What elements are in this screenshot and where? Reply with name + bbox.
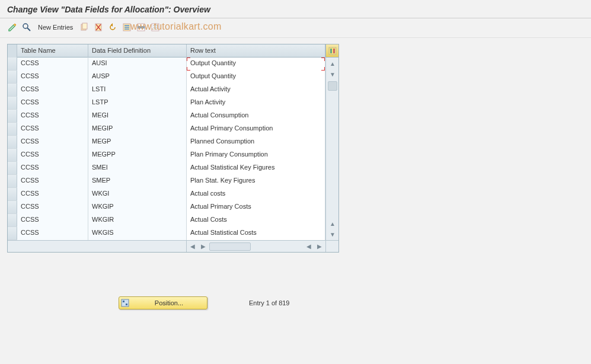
column-header-datafield[interactable]: Data Field Definition (88, 44, 187, 58)
cell-rowtext[interactable]: Output Quantity (187, 71, 325, 84)
cell-tablename[interactable]: CCSS (17, 149, 88, 162)
table-row: CCSSMEGIActual Consumption (8, 110, 325, 123)
cell-rowtext[interactable]: Actual Activity (187, 84, 325, 97)
cell-tablename[interactable]: CCSS (17, 58, 88, 71)
scroll-down-icon[interactable]: ▼ (328, 229, 337, 239)
cell-tablename[interactable]: CCSS (17, 188, 88, 201)
toggle-display-change-icon[interactable] (6, 21, 19, 34)
row-select-handle[interactable] (8, 201, 17, 213)
table-row: CCSSWKGIRActual Costs (8, 214, 325, 227)
column-header-rowtext[interactable]: Row text (187, 44, 325, 58)
undo-change-icon[interactable] (106, 21, 119, 34)
cell-datafield[interactable]: MEGPP (88, 149, 187, 162)
row-select-handle[interactable] (8, 71, 17, 83)
position-button-label: Position... (131, 299, 207, 306)
content-area: Table Name Data Field Definition Row tex… (0, 38, 591, 258)
row-select-handle[interactable] (8, 227, 17, 240)
cell-datafield[interactable]: MEGIP (88, 123, 187, 136)
cell-datafield[interactable]: AUSI (88, 58, 187, 71)
cell-rowtext[interactable]: Plan Activity (187, 97, 325, 110)
row-select-handle[interactable] (8, 84, 17, 96)
cell-rowtext[interactable]: Actual Statistical Key Figures (187, 162, 325, 175)
position-icon (119, 299, 131, 307)
cell-tablename[interactable]: CCSS (17, 175, 88, 188)
row-select-handle[interactable] (8, 175, 17, 187)
deselect-all-icon[interactable] (149, 21, 162, 34)
cell-tablename[interactable]: CCSS (17, 201, 88, 214)
cell-rowtext[interactable]: Plan Stat. Key Figures (187, 175, 325, 188)
cell-tablename[interactable]: CCSS (17, 71, 88, 84)
cell-rowtext[interactable]: Actual Consumption (187, 110, 325, 123)
column-header-tablename[interactable]: Table Name (17, 44, 88, 58)
cell-datafield[interactable]: LSTI (88, 84, 187, 97)
cell-tablename[interactable]: CCSS (17, 136, 88, 149)
cell-tablename[interactable]: CCSS (17, 97, 88, 110)
row-select-handle[interactable] (8, 162, 17, 174)
cell-tablename[interactable]: CCSS (17, 110, 88, 123)
select-all-icon[interactable] (120, 21, 133, 34)
copy-as-icon[interactable] (78, 21, 91, 34)
row-select-handle[interactable] (8, 214, 17, 226)
cell-rowtext[interactable]: Actual Primary Costs (187, 201, 325, 214)
cell-tablename[interactable]: CCSS (17, 162, 88, 175)
cell-rowtext[interactable]: Actual Primary Consumption (187, 123, 325, 136)
cell-rowtext[interactable]: Output Quantity (187, 58, 325, 71)
cell-rowtext[interactable]: Planned Consumption (187, 136, 325, 149)
cell-rowtext[interactable]: Actual costs (187, 188, 325, 201)
svg-rect-12 (138, 26, 145, 28)
table-row: CCSSWKGIActual costs (8, 188, 325, 201)
cell-datafield[interactable]: LSTP (88, 97, 187, 110)
horizontal-scrollbar[interactable]: ◀ ▶ ◀ ▶ (8, 240, 338, 252)
row-select-handle[interactable] (8, 188, 17, 200)
svg-rect-14 (153, 25, 158, 26)
scroll-up-page-icon[interactable]: ▲ (328, 219, 337, 228)
hscroll-right-end-icon[interactable]: ▶ (315, 242, 324, 251)
cell-tablename[interactable]: CCSS (17, 227, 88, 240)
cell-datafield[interactable]: WKGIP (88, 201, 187, 214)
cell-datafield[interactable]: WKGIS (88, 227, 187, 240)
select-all-rows-header[interactable] (8, 44, 17, 58)
find-icon[interactable] (20, 21, 33, 34)
cell-datafield[interactable]: SMEP (88, 175, 187, 188)
cell-tablename[interactable]: CCSS (17, 214, 88, 227)
row-select-handle[interactable] (8, 58, 17, 70)
scroll-down-step-icon[interactable]: ▼ (328, 69, 337, 79)
row-select-handle[interactable] (8, 110, 17, 122)
table-row: CCSSSMEPPlan Stat. Key Figures (8, 175, 325, 188)
cell-rowtext[interactable]: Actual Statistical Costs (187, 227, 325, 240)
svg-rect-8 (124, 25, 129, 26)
cell-datafield[interactable]: SMEI (88, 162, 187, 175)
delete-icon[interactable] (92, 21, 105, 34)
hscroll-right-icon[interactable]: ◀ (304, 242, 314, 251)
table-header-row: Table Name Data Field Definition Row tex… (8, 44, 338, 58)
hscroll-thumb[interactable] (209, 242, 251, 251)
hscroll-left-icon[interactable]: ▶ (199, 242, 208, 251)
cell-datafield[interactable]: MEGP (88, 136, 187, 149)
hscroll-left-end-icon[interactable]: ◀ (188, 242, 197, 251)
configure-columns-icon[interactable] (325, 44, 338, 57)
cell-tablename[interactable]: CCSS (17, 84, 88, 97)
cell-tablename[interactable]: CCSS (17, 123, 88, 136)
scroll-thumb[interactable] (328, 81, 337, 91)
row-select-handle[interactable] (8, 123, 17, 135)
position-button[interactable]: Position... (119, 296, 207, 309)
table-row: CCSSAUSIOutput Quantity (8, 58, 325, 71)
vertical-scrollbar[interactable]: ▲ ▼ ▲ ▼ (325, 58, 338, 240)
cell-datafield[interactable]: MEGI (88, 110, 187, 123)
cell-rowtext[interactable]: Actual Costs (187, 214, 325, 227)
new-entries-button[interactable]: New Entries (34, 24, 76, 31)
svg-rect-18 (330, 49, 332, 53)
footer-bar: Position... Entry 1 of 819 (0, 296, 591, 309)
row-select-handle[interactable] (8, 149, 17, 161)
cell-datafield[interactable]: WKGI (88, 188, 187, 201)
cell-datafield[interactable]: AUSP (88, 71, 187, 84)
table-row: CCSSLSTPPlan Activity (8, 97, 325, 110)
row-select-handle[interactable] (8, 136, 17, 148)
select-block-icon[interactable] (135, 21, 148, 34)
scroll-up-icon[interactable]: ▲ (328, 59, 337, 68)
row-select-handle[interactable] (8, 97, 17, 109)
svg-rect-19 (333, 49, 335, 53)
cell-rowtext[interactable]: Plan Primary Consumption (187, 149, 325, 162)
cell-datafield[interactable]: WKGIR (88, 214, 187, 227)
table-row: CCSSWKGISActual Statistical Costs (8, 227, 325, 240)
